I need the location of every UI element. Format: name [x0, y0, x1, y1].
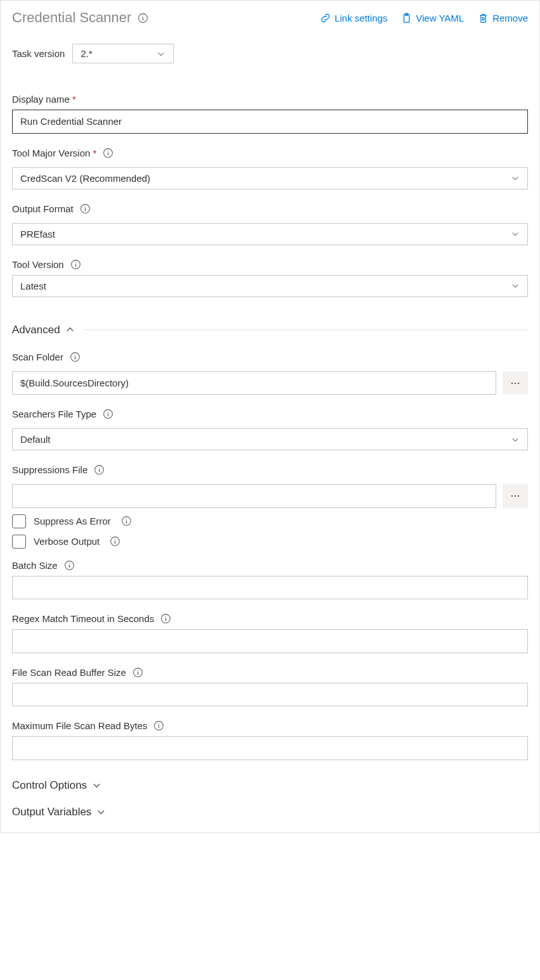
max-read-bytes-label: Maximum File Scan Read Bytes: [12, 720, 528, 731]
view-yaml-label: View YAML: [416, 13, 464, 23]
buffer-size-label: File Scan Read Buffer Size: [12, 667, 528, 678]
display-name-label: Display name*: [12, 94, 528, 105]
svg-point-1: [143, 15, 143, 16]
info-icon[interactable]: [110, 536, 120, 547]
svg-point-26: [126, 519, 127, 519]
svg-point-29: [115, 539, 115, 540]
tool-major-version-label: Tool Major Version*: [12, 148, 528, 158]
clipboard-icon: [401, 13, 412, 23]
chevron-down-icon: [511, 281, 520, 290]
searchers-file-type-select[interactable]: Default: [12, 428, 528, 450]
tool-major-version-field: Tool Major Version* CredScan V2 (Recomme…: [12, 148, 528, 189]
tool-version-field: Tool Version Latest: [12, 259, 528, 297]
suppressions-file-input[interactable]: [12, 484, 496, 508]
display-name-input[interactable]: [12, 110, 528, 134]
buffer-size-input[interactable]: [12, 683, 528, 707]
scan-folder-field: Scan Folder ···: [12, 352, 528, 395]
scan-folder-browse-button[interactable]: ···: [503, 371, 528, 395]
link-settings-label: Link settings: [335, 13, 387, 23]
task-version-select[interactable]: 2.*: [72, 44, 174, 63]
tool-major-version-value: CredScan V2 (Recommended): [20, 173, 150, 184]
advanced-section-header[interactable]: Advanced: [12, 324, 528, 336]
info-icon[interactable]: [121, 516, 132, 526]
required-indicator: *: [93, 148, 96, 158]
ellipsis-icon: ···: [510, 376, 520, 390]
info-icon[interactable]: [70, 259, 81, 270]
scan-folder-input[interactable]: [12, 371, 496, 395]
suppressions-file-browse-button[interactable]: ···: [503, 484, 528, 508]
verbose-output-checkbox[interactable]: [12, 535, 26, 549]
remove-button[interactable]: Remove: [478, 13, 528, 23]
header-actions: Link settings View YAML Remove: [320, 13, 528, 23]
advanced-section-body: Scan Folder ··· Searchers File Type: [12, 352, 528, 760]
buffer-size-field: File Scan Read Buffer Size: [12, 667, 528, 707]
info-icon[interactable]: [103, 409, 113, 419]
advanced-section-title: Advanced: [12, 324, 60, 336]
regex-timeout-input[interactable]: [12, 629, 528, 653]
max-read-bytes-input[interactable]: [12, 736, 528, 760]
regex-timeout-field: Regex Match Timeout in Seconds: [12, 613, 528, 653]
svg-point-17: [75, 354, 75, 355]
searchers-file-type-field: Searchers File Type Default: [12, 409, 528, 450]
svg-point-20: [108, 412, 108, 412]
chevron-down-icon: [157, 49, 165, 58]
chevron-down-icon: [96, 807, 106, 817]
suppress-as-error-label: Suppress As Error: [34, 516, 111, 526]
svg-point-23: [99, 468, 100, 468]
view-yaml-button[interactable]: View YAML: [401, 13, 464, 23]
svg-point-41: [158, 723, 159, 724]
suppress-as-error-checkbox[interactable]: [12, 514, 26, 528]
chevron-down-icon: [511, 435, 520, 444]
batch-size-input[interactable]: [12, 576, 528, 600]
tool-major-version-select[interactable]: CredScan V2 (Recommended): [12, 167, 528, 189]
svg-point-11: [85, 206, 86, 207]
svg-point-8: [108, 150, 108, 151]
chevron-down-icon: [511, 174, 520, 182]
control-options-section-header[interactable]: Control Options: [12, 779, 528, 792]
info-icon[interactable]: [64, 560, 75, 571]
trash-icon: [478, 13, 489, 23]
svg-point-35: [165, 616, 166, 617]
regex-timeout-label: Regex Match Timeout in Seconds: [12, 613, 528, 624]
control-options-title: Control Options: [12, 779, 87, 792]
info-icon[interactable]: [103, 148, 113, 158]
link-settings-button[interactable]: Link settings: [320, 13, 387, 23]
max-read-bytes-field: Maximum File Scan Read Bytes: [12, 720, 528, 760]
required-indicator: *: [72, 94, 76, 105]
chevron-down-icon: [92, 780, 101, 790]
task-version-value: 2.*: [80, 48, 92, 59]
output-format-field: Output Format PREfast: [12, 203, 528, 245]
chevron-down-icon: [511, 229, 520, 238]
suppress-as-error-row: Suppress As Error: [12, 514, 528, 528]
searchers-file-type-value: Default: [20, 434, 51, 445]
output-variables-section-header[interactable]: Output Variables: [12, 806, 528, 818]
svg-point-14: [75, 262, 76, 262]
info-icon[interactable]: [160, 613, 171, 624]
task-version-field: Task version 2.*: [12, 44, 528, 63]
tool-version-label: Tool Version: [12, 259, 528, 270]
tool-version-value: Latest: [20, 281, 46, 291]
remove-label: Remove: [492, 13, 528, 23]
link-icon: [320, 13, 331, 23]
info-icon[interactable]: [153, 720, 164, 731]
output-format-value: PREfast: [20, 229, 55, 239]
ellipsis-icon: ···: [510, 489, 520, 502]
searchers-file-type-label: Searchers File Type: [12, 409, 528, 419]
info-icon[interactable]: [138, 13, 148, 23]
output-format-select[interactable]: PREfast: [12, 223, 528, 245]
verbose-output-label: Verbose Output: [34, 536, 100, 547]
batch-size-field: Batch Size: [12, 560, 528, 600]
panel-title: Credential Scanner: [12, 10, 148, 26]
tool-version-select[interactable]: Latest: [12, 275, 528, 297]
task-version-label: Task version: [12, 48, 65, 59]
suppressions-file-label: Suppressions File: [12, 464, 528, 475]
info-icon[interactable]: [70, 352, 80, 362]
output-variables-title: Output Variables: [12, 806, 91, 818]
info-icon[interactable]: [132, 667, 143, 678]
info-icon[interactable]: [80, 203, 91, 214]
svg-point-38: [138, 670, 138, 670]
display-name-field: Display name*: [12, 94, 528, 134]
suppressions-file-field: Suppressions File ···: [12, 464, 528, 508]
panel-title-text: Credential Scanner: [12, 10, 131, 26]
info-icon[interactable]: [94, 464, 105, 475]
